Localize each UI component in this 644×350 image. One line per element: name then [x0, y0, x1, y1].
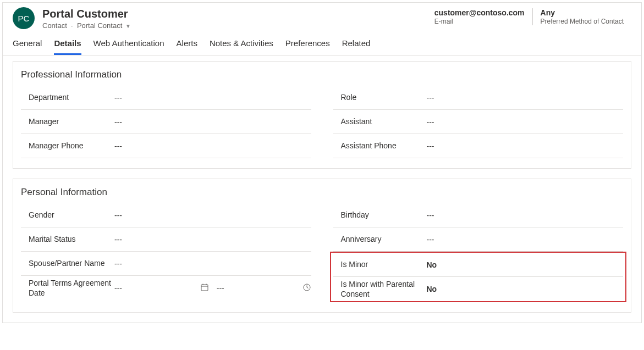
- field-spouse[interactable]: Spouse/Partner Name ---: [21, 252, 311, 276]
- field-manager-value: ---: [114, 118, 311, 126]
- personal-left-col: Gender --- Marital Status --- Spouse/Par…: [21, 203, 311, 302]
- header-email-cell[interactable]: customer@contoso.com E-mail: [427, 8, 532, 25]
- field-is-minor-parental-value: No: [427, 285, 624, 293]
- svg-rect-0: [201, 285, 208, 291]
- section-personal-title: Personal Information: [21, 185, 623, 203]
- tab-details[interactable]: Details: [54, 32, 81, 55]
- field-assistant-phone-label: Assistant Phone: [333, 141, 427, 151]
- tab-related[interactable]: Related: [342, 32, 371, 55]
- tab-general[interactable]: General: [13, 32, 42, 55]
- field-role[interactable]: Role ---: [333, 86, 624, 110]
- field-anniversary[interactable]: Anniversary ---: [333, 227, 624, 252]
- field-birthday-value: ---: [427, 211, 624, 220]
- field-anniversary-label: Anniversary: [333, 234, 427, 244]
- field-assistant-label: Assistant: [333, 116, 427, 126]
- field-assistant-value: ---: [427, 118, 624, 126]
- field-department-label: Department: [21, 92, 114, 102]
- record-name: Portal Customer: [42, 7, 427, 20]
- field-manager-phone-value: ---: [114, 142, 311, 151]
- minor-fields-highlight: Is Minor No Is Minor with Parental Conse…: [330, 252, 627, 302]
- field-manager-phone-label: Manager Phone: [21, 141, 114, 151]
- professional-right-col: Role --- Assistant --- Assistant Phone -…: [333, 86, 624, 158]
- tab-prefs[interactable]: Preferences: [285, 32, 330, 55]
- field-is-minor-parental[interactable]: Is Minor with Parental Consent No: [333, 277, 624, 301]
- field-is-minor-parental-label: Is Minor with Parental Consent: [333, 279, 427, 299]
- record-header: PC Portal Customer Contact · Portal Cont…: [3, 3, 641, 32]
- record-subtitle[interactable]: Contact · Portal Contact ▼: [42, 21, 427, 30]
- field-role-label: Role: [333, 92, 427, 102]
- svg-line-6: [307, 287, 309, 288]
- section-professional-title: Professional Information: [21, 67, 623, 86]
- field-manager-label: Manager: [21, 116, 114, 126]
- header-email-label: E-mail: [434, 18, 525, 25]
- field-gender[interactable]: Gender ---: [21, 203, 311, 227]
- field-assistant-phone[interactable]: Assistant Phone ---: [333, 134, 624, 158]
- chevron-down-icon[interactable]: ▼: [124, 23, 131, 29]
- header-email-value: customer@contoso.com: [434, 8, 525, 17]
- field-department-value: ---: [114, 93, 311, 102]
- field-spouse-label: Spouse/Partner Name: [21, 258, 114, 268]
- field-marital-value: ---: [114, 235, 311, 244]
- tab-webauth[interactable]: Web Authentication: [93, 32, 164, 55]
- field-role-value: ---: [427, 93, 624, 102]
- field-is-minor[interactable]: Is Minor No: [333, 253, 624, 277]
- details-content: Professional Information Department --- …: [3, 55, 641, 323]
- header-meta: customer@contoso.com E-mail Any Preferre…: [427, 7, 631, 25]
- record-entity-label: Contact: [42, 21, 67, 30]
- title-block: Portal Customer Contact · Portal Contact…: [42, 7, 427, 30]
- record-form-label: Portal Contact: [77, 21, 122, 30]
- field-marital[interactable]: Marital Status ---: [21, 227, 311, 252]
- section-professional: Professional Information Department --- …: [13, 61, 631, 169]
- field-gender-label: Gender: [21, 210, 114, 220]
- professional-left-col: Department --- Manager --- Manager Phone…: [21, 86, 311, 158]
- calendar-icon[interactable]: [200, 283, 209, 293]
- field-assistant[interactable]: Assistant ---: [333, 110, 624, 134]
- header-method-cell[interactable]: Any Preferred Method of Contact: [532, 8, 631, 25]
- field-manager[interactable]: Manager ---: [21, 110, 311, 134]
- header-method-value: Any: [541, 8, 624, 17]
- field-portal-terms-time-value: ---: [217, 284, 239, 292]
- field-birthday-label: Birthday: [333, 210, 427, 220]
- field-portal-terms[interactable]: Portal Terms Agreement Date --- ---: [21, 276, 311, 300]
- field-portal-terms-label: Portal Terms Agreement Date: [21, 278, 114, 298]
- tab-notes[interactable]: Notes & Activities: [210, 32, 273, 55]
- tab-alerts[interactable]: Alerts: [177, 32, 197, 55]
- field-department[interactable]: Department ---: [21, 86, 311, 110]
- field-marital-label: Marital Status: [21, 234, 114, 244]
- avatar: PC: [13, 7, 35, 29]
- field-manager-phone[interactable]: Manager Phone ---: [21, 134, 311, 158]
- field-assistant-phone-value: ---: [427, 142, 624, 151]
- clock-icon[interactable]: [302, 283, 311, 293]
- record-header-block: PC Portal Customer Contact · Portal Cont…: [3, 3, 641, 55]
- field-spouse-value: ---: [114, 259, 311, 268]
- tab-bar: General Details Web Authentication Alert…: [3, 32, 641, 55]
- field-portal-terms-date-value: ---: [114, 284, 136, 292]
- field-gender-value: ---: [114, 211, 311, 220]
- section-personal: Personal Information Gender --- Marital …: [13, 179, 631, 313]
- field-birthday[interactable]: Birthday ---: [333, 203, 624, 227]
- record-page: PC Portal Customer Contact · Portal Cont…: [2, 2, 642, 323]
- field-anniversary-value: ---: [427, 235, 624, 244]
- field-is-minor-value: No: [427, 260, 624, 269]
- header-method-label: Preferred Method of Contact: [541, 18, 624, 25]
- personal-right-col: Birthday --- Anniversary --- Is Minor No: [333, 203, 624, 302]
- field-is-minor-label: Is Minor: [333, 259, 427, 269]
